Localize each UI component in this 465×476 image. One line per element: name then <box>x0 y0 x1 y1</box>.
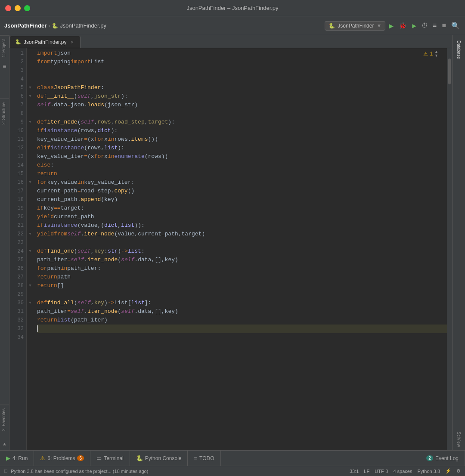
python-version[interactable]: Python 3.8 <box>417 469 440 474</box>
scrollbar-thumb[interactable] <box>448 59 451 84</box>
sidebar-item-project[interactable]: 1: Project <box>0 35 9 61</box>
terminal-tab-icon: ▭ <box>96 455 102 461</box>
tab-run[interactable]: ▶ 4: Run <box>0 451 34 466</box>
sidebar-item-structure[interactable]: 2: Structure <box>0 99 9 128</box>
profile-button[interactable]: ⏱ <box>421 22 428 30</box>
problems-badge: 6 <box>77 455 84 461</box>
fold-indicator-7 <box>27 101 34 109</box>
maximize-button[interactable] <box>24 5 30 11</box>
line-number-7: 7 <box>9 101 24 109</box>
fold-indicator-28[interactable]: ▼ <box>27 281 34 290</box>
fold-indicator-21 <box>27 221 34 230</box>
project-name[interactable]: JsonPathFinder <box>4 22 46 29</box>
breadcrumb-separator: › <box>48 23 50 29</box>
python-console-label: Python Console <box>145 455 182 461</box>
code-line-22: yield from self.iter_node(value, current… <box>37 230 447 238</box>
code-line-24: def find_one(self, key: str) -> list: <box>37 247 447 256</box>
line-number-15: 15 <box>9 170 24 178</box>
fold-indicator-13 <box>27 152 34 161</box>
vertical-scrollbar[interactable] <box>447 48 452 450</box>
breadcrumb-file[interactable]: 🐍 JsonPathFinder.py <box>52 22 106 29</box>
fold-indicators: ▼▼▼▼▼▼▼▼ <box>27 48 34 450</box>
fold-indicator-1 <box>27 49 34 58</box>
sidebar-item-sciview[interactable]: SciView <box>456 428 462 450</box>
fold-indicator-24[interactable]: ▼ <box>27 247 34 256</box>
python-file-icon: 🐍 <box>52 23 58 29</box>
line-number-17: 17 <box>9 187 24 195</box>
tab-jsonpathfinder[interactable]: 🐍 JsonPathFinder.py × <box>9 36 81 48</box>
code-line-18: current_path.append(key) <box>37 195 447 204</box>
editor-area: 1: Project ≡ 2: Structure 2: Favorites ★… <box>0 35 465 450</box>
tab-problems[interactable]: ⚠ 6: Problems 6 <box>34 451 90 466</box>
indent-style[interactable]: 4 spaces <box>393 469 412 474</box>
line-number-19: 19 <box>9 204 24 213</box>
breadcrumb: JsonPathFinder › 🐍 JsonPathFinder.py <box>4 22 106 29</box>
line-number-22: 22 <box>9 230 24 238</box>
line-number-11: 11 <box>9 135 24 144</box>
sidebar-item-database[interactable]: Database <box>456 37 462 62</box>
fold-indicator-10 <box>27 127 34 135</box>
code-content[interactable]: ⚠ 1 ▲ ▼ import jsonfrom typing import Li… <box>34 48 447 450</box>
close-button[interactable] <box>5 5 11 11</box>
stop-button[interactable]: ■ <box>441 21 447 31</box>
line-number-26: 26 <box>9 264 24 273</box>
fold-indicator-20 <box>27 213 34 221</box>
line-number-16: 16 <box>9 178 24 187</box>
fold-indicator-14 <box>27 161 34 170</box>
encoding[interactable]: UTF-8 <box>375 469 388 474</box>
line-number-1: 1 <box>9 49 24 58</box>
fold-indicator-15 <box>27 170 34 178</box>
fold-indicator-5[interactable]: ▼ <box>27 83 34 92</box>
line-number-30: 30 <box>9 299 24 307</box>
code-line-19: if key == target: <box>37 204 447 213</box>
main-toolbar: JsonPathFinder › 🐍 JsonPathFinder.py 🐍 J… <box>0 16 465 35</box>
code-line-23 <box>37 238 447 247</box>
settings-icon[interactable]: ⚙ <box>456 468 461 474</box>
line-ending[interactable]: LF <box>364 469 369 474</box>
sidebar-item-favorites[interactable]: 2: Favorites <box>0 405 9 434</box>
line-number-27: 27 <box>9 273 24 281</box>
power-save-icon[interactable]: ⚡ <box>445 468 451 474</box>
tab-close-button[interactable]: × <box>69 39 75 45</box>
fold-indicator-23 <box>27 238 34 247</box>
minimize-button[interactable] <box>15 5 21 11</box>
window-controls <box>5 5 30 11</box>
fold-indicator-22[interactable]: ▼ <box>27 230 34 238</box>
fold-indicator-6[interactable]: ▼ <box>27 92 34 101</box>
left-panel: 1: Project ≡ 2: Structure 2: Favorites ★ <box>0 35 9 450</box>
line-number-32: 32 <box>9 316 24 325</box>
line-number-24: 24 <box>9 247 24 256</box>
run-configuration[interactable]: 🐍 JsonPathFinder ▼ <box>325 21 385 31</box>
statusbar-message: Python 3.8 has been configured as the pr… <box>11 469 148 474</box>
code-line-13: key_value_iter = (x for x in enumerate(r… <box>37 152 447 161</box>
run-with-coverage-button[interactable]: ▶ <box>411 21 417 31</box>
cursor-position[interactable]: 33:1 <box>350 469 359 474</box>
tab-terminal[interactable]: ▭ Terminal <box>90 451 130 466</box>
line-number-34: 34 <box>9 333 24 342</box>
code-line-11: key_value_iter = (x for x in rows.items(… <box>37 135 447 144</box>
build-menu-button[interactable]: ≡ <box>432 21 438 31</box>
line-number-21: 21 <box>9 221 24 230</box>
line-number-10: 10 <box>9 127 24 135</box>
fold-indicator-9[interactable]: ▼ <box>27 118 34 127</box>
search-button[interactable]: 🔍 <box>450 21 461 31</box>
tab-event-log[interactable]: 2 Event Log <box>420 451 465 466</box>
fold-indicator-30[interactable]: ▼ <box>27 299 34 307</box>
tab-todo[interactable]: ≡ TODO <box>188 451 220 466</box>
debug-button[interactable]: 🐞 <box>398 21 408 31</box>
code-line-29 <box>37 290 447 299</box>
fold-indicator-16[interactable]: ▼ <box>27 178 34 187</box>
code-editor[interactable]: 1234567891011121314151617181920212223242… <box>9 48 452 450</box>
problems-tab-icon: ⚠ <box>40 455 45 461</box>
code-line-21: if isinstance(value, (dict, list)): <box>37 221 447 230</box>
fold-indicator-26 <box>27 264 34 273</box>
tab-python-console[interactable]: 🐍 Python Console <box>130 451 188 466</box>
toolbar-actions: ▶ 🐞 ▶ ⏱ ≡ ■ 🔍 <box>388 20 461 31</box>
statusbar: □ Python 3.8 has been configured as the … <box>0 466 465 476</box>
window-title: JsonPathFinder – JsonPathFinder.py <box>186 5 278 11</box>
todo-label: TODO <box>199 455 214 461</box>
run-button[interactable]: ▶ <box>388 20 394 31</box>
fold-indicator-32 <box>27 316 34 325</box>
fold-indicator-29 <box>27 290 34 299</box>
line-number-18: 18 <box>9 195 24 204</box>
